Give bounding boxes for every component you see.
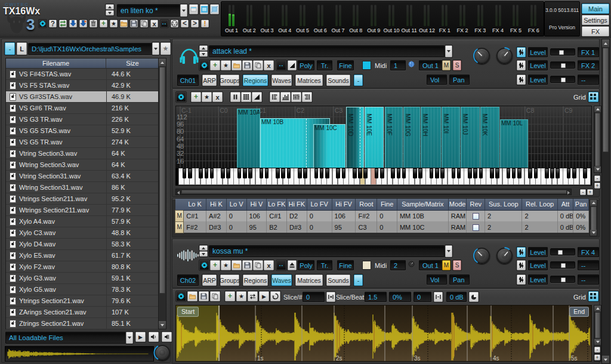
file-row[interactable]: Xylo D4.wav58.3 K <box>6 239 159 250</box>
black-key[interactable] <box>567 168 571 178</box>
dots-button[interactable]: .. <box>276 260 286 270</box>
fx-pre-post-button[interactable] <box>517 60 526 70</box>
cell-rev[interactable] <box>467 221 485 233</box>
scroll-thumb[interactable] <box>595 113 600 166</box>
cell-lo-k[interactable]: F#2 <box>184 221 206 233</box>
column-header-rev[interactable]: Rev <box>467 199 485 210</box>
tab-groups[interactable]: Groups <box>220 274 239 286</box>
gear-button[interactable] <box>199 260 209 270</box>
black-key[interactable] <box>440 168 445 178</box>
file-row[interactable]: ZArings Section21.wav107 K <box>6 307 159 318</box>
file-row[interactable]: Xylo A4.wav57.9 K <box>6 216 159 227</box>
black-key[interactable] <box>265 168 269 178</box>
fine-tune-button[interactable]: Fine <box>337 260 354 270</box>
eject-button[interactable] <box>288 260 297 270</box>
program-dropdown-button[interactable] <box>445 45 452 57</box>
fx-dest-select[interactable]: FX 2 <box>578 60 599 70</box>
browser-lock-button[interactable]: L <box>17 42 27 55</box>
performance-program-select[interactable]: en liten ko * <box>117 4 180 17</box>
plus-button[interactable]: + <box>191 92 201 102</box>
row-mute-button[interactable]: M <box>175 210 184 221</box>
cell-hi-v[interactable]: 106 <box>246 210 267 221</box>
black-key[interactable] <box>507 168 511 178</box>
transpose-button[interactable]: Tr. <box>317 60 332 70</box>
region-block[interactable]: MM 10F <box>385 107 403 168</box>
program-up-button[interactable] <box>106 4 114 10</box>
scroll-up-arrow[interactable] <box>590 200 597 206</box>
black-key[interactable] <box>397 168 401 178</box>
midi-channel-value[interactable]: 2 <box>390 260 406 270</box>
fx-pre-post-button[interactable] <box>517 75 526 85</box>
region-block[interactable]: MM 10K <box>480 107 499 168</box>
cell-rel-loop[interactable]: 2 <box>522 221 557 233</box>
play-button[interactable]: ▶ <box>259 291 269 301</box>
plus-button[interactable]: + <box>225 291 235 301</box>
file-row[interactable]: Wtrings Section211.wav77.9 K <box>6 205 159 216</box>
pan-display-button[interactable]: Pan <box>449 274 470 285</box>
mute-button[interactable]: M <box>442 260 450 270</box>
nav-fx-button[interactable]: FX <box>582 26 609 36</box>
fx-level-mode-button[interactable]: Level <box>528 47 548 57</box>
cell-hi-fk[interactable]: D#3 <box>286 221 307 233</box>
column-header-fine[interactable]: Fine <box>377 199 397 210</box>
file-row[interactable]: VS G#6 TR.wav216 K <box>6 103 159 114</box>
cell-lo-v[interactable]: 0 <box>226 221 246 233</box>
pan-knob[interactable] <box>496 248 513 264</box>
black-key[interactable] <box>226 168 230 178</box>
fx-pre-post-button[interactable] <box>517 274 526 285</box>
file-row[interactable]: VS G5 TR.wav274 K <box>6 137 159 148</box>
column-header-size[interactable]: Size <box>106 58 159 68</box>
cell-root[interactable]: C3 <box>356 221 377 233</box>
volume-knob[interactable] <box>474 48 490 64</box>
fx-dest-select[interactable]: -- <box>578 75 599 85</box>
cell-pan[interactable]: 0% <box>573 210 589 221</box>
save-button[interactable] <box>242 260 252 270</box>
tab-waves[interactable]: Waves <box>271 274 292 286</box>
black-key[interactable] <box>545 168 549 178</box>
black-key[interactable] <box>452 168 456 178</box>
program-name-select[interactable]: attack lead * <box>209 45 445 57</box>
scroll-thumb[interactable] <box>159 67 165 294</box>
next-button[interactable]: > <box>191 20 199 27</box>
cell-lo-v[interactable]: 0 <box>226 210 246 221</box>
black-key[interactable] <box>303 168 307 178</box>
scroll-thumb[interactable] <box>181 190 567 194</box>
scroll-down-arrow[interactable] <box>594 339 601 345</box>
tab-matrices[interactable]: Matrices <box>295 75 323 86</box>
region-map-vscrollbar[interactable] <box>594 106 601 173</box>
black-key[interactable] <box>534 168 538 178</box>
tab-regions[interactable]: Regions <box>243 75 268 86</box>
black-key[interactable] <box>320 168 324 178</box>
tab-arp[interactable]: ARP <box>202 75 217 86</box>
copy-button[interactable] <box>253 260 263 270</box>
program-down-button[interactable] <box>199 251 208 257</box>
column-header-lo-v[interactable]: Lo V <box>226 199 246 210</box>
folder-button[interactable] <box>120 20 128 27</box>
mute-button[interactable]: M <box>442 60 450 70</box>
cell-lo-k[interactable]: C#1 <box>184 210 206 221</box>
swap-button[interactable] <box>248 291 258 301</box>
column-header-mode[interactable]: Mode <box>448 199 467 210</box>
fx-dest-select[interactable]: -- <box>578 260 599 270</box>
black-key[interactable] <box>528 168 532 178</box>
file-row[interactable]: VS G#3STAS.wav46.9 K <box>6 91 159 103</box>
cell-rev[interactable] <box>467 210 485 221</box>
slice-count-value[interactable]: 0 <box>303 292 325 302</box>
slice-sense-value[interactable]: 0% <box>389 292 411 302</box>
cell-root[interactable]: F#2 <box>356 210 377 221</box>
slice-beat-value[interactable]: 1.5 <box>365 292 387 302</box>
folder-button[interactable] <box>232 60 242 70</box>
black-key[interactable] <box>260 168 264 178</box>
filter-dropdown-button[interactable] <box>126 332 133 344</box>
region-zoom-out-button[interactable]: - <box>594 175 600 181</box>
preview-speaker-loop-button[interactable] <box>162 332 172 342</box>
file-row[interactable]: VS F5 STAS.wav42.9 K <box>6 80 159 91</box>
browser-favorite-button[interactable]: ★ <box>161 42 171 55</box>
contrast-button[interactable] <box>288 60 297 70</box>
region-block[interactable]: MM 10I <box>442 107 460 168</box>
slider-handle[interactable] <box>559 50 564 55</box>
tab-regions[interactable]: Regions <box>243 274 268 286</box>
cell-rel-loop[interactable]: 2 <box>522 210 557 221</box>
fx-pre-post-button[interactable] <box>517 260 526 270</box>
dots-button[interactable]: .. <box>276 60 286 70</box>
